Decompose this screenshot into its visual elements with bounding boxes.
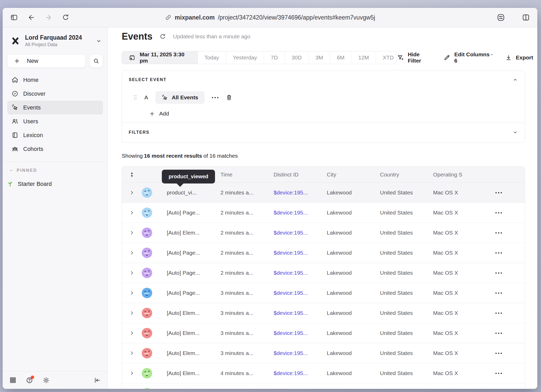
table-row[interactable]: [Auto] Elem... 2 minutes a... $device:19…: [122, 223, 525, 243]
export-button[interactable]: Export: [505, 54, 533, 61]
row-more-button[interactable]: [472, 292, 525, 294]
sidebar-item-home[interactable]: Home: [7, 73, 103, 87]
range-3m[interactable]: 3M: [309, 51, 330, 64]
range-30d[interactable]: 30D: [285, 51, 309, 64]
event-city: Lakewood: [321, 310, 374, 316]
table-row[interactable]: [Auto] Elem... 3 minutes a... $device:19…: [122, 303, 525, 323]
expand-row-icon[interactable]: [122, 250, 142, 255]
row-more-button[interactable]: [472, 252, 525, 254]
address-bar[interactable]: mixpanel.com/project/3472420/view/397469…: [165, 8, 375, 27]
event-more-button[interactable]: [212, 97, 218, 98]
col-time[interactable]: Time: [214, 172, 267, 178]
expand-row-icon[interactable]: [122, 351, 142, 356]
distinct-id-link[interactable]: $device:195...: [267, 310, 321, 316]
edit-columns-button[interactable]: Edit Columns · 6: [443, 51, 493, 64]
distinct-id-link[interactable]: $device:195...: [267, 250, 321, 256]
trash-icon[interactable]: [226, 94, 232, 101]
page-settings-icon[interactable]: [496, 13, 506, 22]
table-row[interactable]: [Auto] Elem... 4 minutes a... $device:19…: [122, 363, 525, 383]
expand-section-icon[interactable]: [512, 130, 518, 135]
row-more-button[interactable]: [472, 333, 525, 334]
all-events-chip[interactable]: All Events: [155, 91, 205, 104]
settings-gear-icon[interactable]: [42, 377, 50, 384]
range-12m[interactable]: 12M: [351, 51, 376, 64]
add-event-button[interactable]: Add: [149, 111, 525, 117]
collapse-section-icon[interactable]: [512, 77, 518, 83]
sidebar-item-users[interactable]: Users: [7, 114, 103, 128]
range-today[interactable]: Today: [198, 51, 226, 64]
expand-row-icon[interactable]: [122, 210, 142, 215]
distinct-id-link[interactable]: $device:195...: [267, 230, 321, 236]
date-range-picker[interactable]: Mar 11, 2025 3:30 pm: [122, 51, 198, 64]
table-row[interactable]: [Auto] Page... 2 minutes a... $device:19…: [122, 203, 525, 223]
table-row[interactable]: [Auto] Elem... 3 minutes a... $device:19…: [122, 323, 525, 343]
row-more-button[interactable]: [472, 272, 525, 274]
col-distinct-id[interactable]: Distinct ID: [267, 172, 321, 178]
table-row[interactable]: [Auto] Page... 3 minutes a... $device:19…: [122, 283, 525, 303]
table-row[interactable]: [122, 383, 525, 389]
new-button[interactable]: New: [7, 54, 86, 68]
expand-row-icon[interactable]: [122, 290, 142, 296]
col-city[interactable]: City: [321, 172, 374, 178]
drag-handle[interactable]: [133, 95, 137, 100]
event-time: 3 minutes a...: [214, 290, 267, 296]
table-row[interactable]: [Auto] Page... 2 minutes a... $device:19…: [122, 243, 525, 263]
range-xtd[interactable]: XTD: [376, 51, 397, 64]
events-table: product_viewed Time Distinct ID City Cou…: [122, 166, 525, 389]
hide-filter-button[interactable]: Hide Filter: [397, 51, 432, 64]
search-button[interactable]: [89, 54, 103, 68]
distinct-id-link[interactable]: $device:195...: [267, 330, 321, 336]
refresh-icon[interactable]: [159, 33, 166, 40]
expand-row-icon[interactable]: [122, 270, 142, 275]
sidebar-item-events[interactable]: Events: [7, 101, 103, 114]
search-icon: [93, 58, 100, 64]
row-more-button[interactable]: [472, 373, 525, 374]
range-yesterday[interactable]: Yesterday: [226, 51, 264, 64]
pinned-section-header[interactable]: PINNED: [9, 168, 102, 173]
expand-row-icon[interactable]: [122, 190, 142, 195]
avatar: [142, 348, 159, 358]
split-view-icon[interactable]: [521, 13, 531, 22]
apps-grid-icon[interactable]: [9, 377, 16, 384]
expand-row-icon[interactable]: [122, 310, 142, 316]
row-more-button[interactable]: [472, 212, 525, 213]
help-button[interactable]: [26, 377, 33, 384]
row-more-button[interactable]: [472, 353, 525, 354]
event-country: United States: [374, 310, 427, 316]
sidebar-item-discover[interactable]: Discover: [7, 87, 103, 101]
range-6m[interactable]: 6M: [330, 51, 351, 64]
expand-row-icon[interactable]: [122, 330, 142, 336]
col-os[interactable]: Operating S: [427, 172, 472, 178]
updated-status: Updated less than a minute ago: [173, 33, 250, 40]
row-more-button[interactable]: [472, 313, 525, 314]
col-country[interactable]: Country: [374, 172, 427, 178]
range-7d[interactable]: 7D: [264, 51, 285, 64]
distinct-id-link[interactable]: $device:195...: [267, 189, 321, 196]
row-more-button[interactable]: [472, 192, 525, 193]
date-range-label: Mar 11, 2025 3:30 pm: [140, 51, 191, 64]
home-icon: [11, 76, 19, 83]
distinct-id-link[interactable]: $device:195...: [267, 210, 321, 216]
collapse-sidebar-icon[interactable]: [94, 377, 101, 384]
distinct-id-link[interactable]: $device:195...: [267, 290, 321, 296]
back-button[interactable]: [27, 13, 36, 22]
sidebar-item-cohorts[interactable]: Cohorts: [7, 142, 103, 156]
row-more-button[interactable]: [472, 232, 525, 234]
forward-button[interactable]: [44, 13, 53, 22]
sort-icon[interactable]: [122, 172, 142, 178]
distinct-id-link[interactable]: $device:195...: [267, 350, 321, 356]
sidebar-item-lexicon[interactable]: Lexicon: [7, 128, 103, 142]
avatar: [142, 268, 159, 278]
project-switcher[interactable]: Lord Farquaad 2024 All Project Data: [10, 34, 102, 47]
expand-row-icon[interactable]: [122, 371, 142, 376]
event-name: [Auto] Page...: [159, 290, 214, 296]
table-row[interactable]: [Auto] Page... 2 minutes a... $device:19…: [122, 263, 525, 283]
event-time: 4 minutes a...: [214, 370, 267, 376]
reload-button[interactable]: [61, 13, 70, 22]
distinct-id-link[interactable]: $device:195...: [267, 270, 321, 276]
sidebar-toggle-icon[interactable]: [9, 13, 19, 22]
expand-row-icon[interactable]: [122, 230, 142, 235]
table-row[interactable]: [Auto] Elem... 3 minutes a... $device:19…: [122, 343, 525, 363]
distinct-id-link[interactable]: $device:195...: [267, 370, 321, 376]
sidebar-item-starter-board[interactable]: Starter Board: [7, 181, 103, 187]
